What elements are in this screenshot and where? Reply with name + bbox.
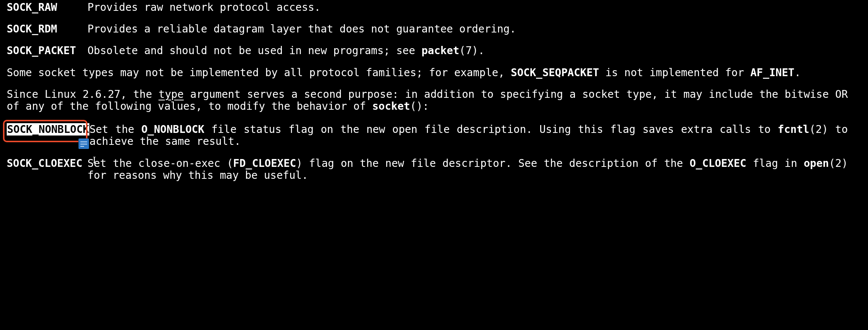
- desc-sock-cloexec: Set the close-on-exec (FD_CLOEXEC) flag …: [87, 158, 848, 181]
- term-sock-packet: SOCK_PACKET: [7, 44, 76, 57]
- definition-row: SOCK_NONBLOCK Set the O_NONBLOCK file st…: [7, 124, 848, 147]
- man-page-content[interactable]: SOCK_RAW Provides raw network protocol a…: [0, 0, 855, 186]
- ref-o-cloexec: O_CLOEXEC: [690, 157, 747, 169]
- term-sock-cloexec: SOCK_CLOEXEC: [7, 157, 82, 169]
- desc-sock-rdm: Provides a reliable datagram layer that …: [87, 23, 848, 35]
- para-text: is not implemented for: [599, 66, 751, 79]
- ref-fcntl: fcntl: [778, 123, 809, 136]
- desc-text: ) flag on the new file descriptor. See t…: [296, 157, 690, 169]
- arg-type: type: [158, 88, 184, 100]
- para-text: .: [794, 66, 801, 79]
- para-text: Since Linux 2.6.27, the: [7, 88, 158, 100]
- ref-packet: packet: [421, 44, 459, 57]
- desc-sock-packet: Obsolete and should not be used in new p…: [87, 45, 848, 57]
- term-sock-rdm: SOCK_RDM: [7, 23, 57, 35]
- desc-text: (7).: [459, 44, 484, 57]
- desc-text: Provides raw network protocol access.: [87, 1, 321, 13]
- definition-row: SOCK_PACKET Obsolete and should not be u…: [7, 45, 848, 57]
- desc-text: Set the: [89, 123, 141, 136]
- desc-text: file status flag on the new open file de…: [204, 123, 778, 136]
- note-icon[interactable]: [79, 138, 89, 149]
- definition-row: SOCK_RDM Provides a reliable datagram la…: [7, 23, 848, 35]
- ref-open: open: [804, 157, 829, 169]
- term-sock-nonblock[interactable]: SOCK_NONBLOCK: [7, 123, 89, 136]
- paragraph: Since Linux 2.6.27, the type argument se…: [7, 88, 848, 112]
- para-text: ():: [410, 100, 429, 112]
- desc-sock-nonblock: Set the O_NONBLOCK file status flag on t…: [89, 124, 848, 147]
- ref-sock-seqpacket: SOCK_SEQPACKET: [511, 66, 599, 79]
- desc-sock-raw: Provides raw network protocol access.: [87, 1, 848, 13]
- ref-fd-cloexec: FD_CLOEXEC: [233, 157, 296, 169]
- ref-o-nonblock: O_NONBLOCK: [141, 123, 204, 136]
- term-sock-raw: SOCK_RAW: [7, 1, 57, 13]
- definition-row: SOCK_RAW Provides raw network protocol a…: [7, 1, 848, 13]
- desc-text: flag in: [746, 157, 804, 169]
- ref-af-inet: AF_INET: [750, 66, 794, 79]
- desc-text: Provides a reliable datagram layer that …: [87, 23, 516, 35]
- paragraph: Some socket types may not be implemented…: [7, 67, 848, 79]
- definition-row: SOCK_CLOEXEC I Set the close-on-exec (FD…: [7, 158, 848, 181]
- desc-text: Set the close-on-exec (: [87, 157, 233, 169]
- desc-text: Obsolete and should not be used in new p…: [87, 44, 421, 57]
- para-text: Some socket types may not be implemented…: [7, 66, 511, 79]
- ref-socket: socket: [372, 100, 410, 112]
